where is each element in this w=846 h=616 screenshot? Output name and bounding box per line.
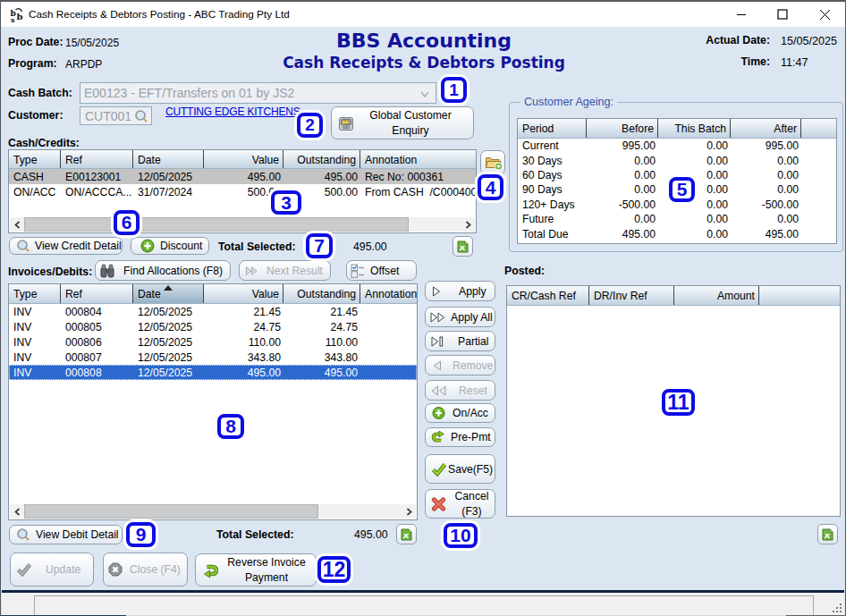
global-customer-enquiry-button[interactable]: Global Customer Enquiry [331,106,474,139]
table-cell: 12/05/2025 [133,306,204,318]
partial-button[interactable]: Partial [425,331,495,351]
open-batch-folder-button[interactable] [480,150,505,175]
table-row[interactable]: ON/ACCON/ACCCA...31/07/2024500.00500.00F… [9,184,476,199]
offset-button[interactable]: Offset [346,260,417,281]
table-row[interactable]: CASHE0012300112/05/2025495.00495.00Rec N… [9,169,476,184]
column-header[interactable]: Value [204,284,283,303]
column-header[interactable]: CR/Cash Ref [507,286,589,305]
save-button[interactable]: Save(F5) [425,454,495,484]
close-button[interactable] [805,2,845,27]
customer-name-link[interactable]: CUTTING EDGE KITCHENS [165,105,300,118]
posted-header: CR/Cash Ref DR/Inv Ref Amount [507,286,840,306]
scroll-thumb[interactable] [24,217,409,232]
column-header[interactable]: Date [133,150,204,168]
table-row[interactable]: INV00080612/05/2025110.00110.00 [9,334,417,350]
view-credit-detail-button[interactable]: View Credit Detail [9,237,123,255]
scroll-right-arrow[interactable] [461,217,475,232]
view-credit-detail-label: View Credit Detail [35,240,122,252]
table-row[interactable]: 30 Days0.000.000.00 [518,153,836,167]
maximize-icon [777,9,788,20]
table-cell: 0.00 [658,198,731,211]
table-row[interactable]: Total Due495.000.00495.00 [518,226,836,240]
table-cell: 000807 [61,351,133,364]
pre-pmt-button[interactable]: Pre-Pmt [425,427,495,447]
table-cell: 000805 [61,321,133,333]
view-debit-detail-button[interactable]: View Debit Detail [9,525,123,544]
column-header[interactable]: Outstanding [283,284,360,303]
cash-batch-combobox[interactable]: E00123 - EFT/Transfers on 01 by JS2 [80,82,436,104]
column-header[interactable]: This Batch [658,119,731,138]
table-cell: 000804 [61,306,133,318]
maximize-button[interactable] [762,2,802,27]
callout-6: 6 [114,210,140,235]
table-cell: 110.00 [283,336,360,349]
table-row[interactable]: INV00080512/05/202524.7524.75 [9,319,417,334]
scroll-thumb[interactable] [24,504,318,519]
table-cell: -500.00 [587,198,658,211]
scroll-right-arrow[interactable] [402,504,416,519]
reverse-invoice-payment-button[interactable]: Reverse Invoice Payment [195,553,317,586]
offset-icon [351,264,365,278]
callout-1: 1 [441,77,467,103]
invoices-export-excel-button[interactable] [396,524,417,544]
column-header[interactable]: Annotation [360,284,417,303]
table-cell: Total Due [518,228,587,240]
scroll-left-arrow[interactable] [10,217,24,232]
resize-grip[interactable] [831,602,843,614]
column-header[interactable]: Type [9,150,61,168]
column-header[interactable]: Before [587,119,658,138]
table-cell: 12/05/2025 [133,321,204,333]
invoices-hscrollbar[interactable] [10,504,416,519]
table-cell: 000808 [61,367,133,379]
apply-all-button[interactable]: Apply All [425,307,495,327]
discount-button[interactable]: Discount [131,237,209,255]
column-header[interactable]: After [731,119,801,138]
column-header-sorted[interactable]: Date [133,284,204,303]
table-row[interactable]: INV00080812/05/2025495.00495.00 [9,365,417,380]
column-header[interactable]: Outstanding [283,150,360,168]
table-cell: 30 Days [518,155,587,167]
time-label: Time: [740,55,770,68]
table-cell: E00123001 [61,171,133,183]
minimize-button[interactable] [721,2,761,27]
global-customer-enquiry-label: Global Customer Enquiry [364,107,457,139]
on-acc-button[interactable]: On/Acc [425,403,495,423]
column-header[interactable]: Period [518,119,587,138]
cash-export-excel-button[interactable] [453,236,473,257]
close-f4-label: Close (F4) [130,563,181,576]
column-header[interactable]: Ref [61,150,133,168]
cancel-button[interactable]: Cancel (F3) [425,489,495,519]
customer-code-field[interactable]: CUT001 [80,106,152,125]
customer-search-icon[interactable] [134,109,148,123]
column-header[interactable]: Amount [674,286,759,305]
next-result-icon [245,266,259,276]
column-header[interactable]: Type [9,284,61,303]
posted-export-excel-button[interactable] [817,524,838,544]
reset-button[interactable]: Reset [425,380,495,401]
column-header [759,286,840,305]
find-allocations-button[interactable]: Find Allocations (F8) [95,260,231,281]
cash-credits-hscrollbar[interactable] [10,217,475,232]
apply-button[interactable]: Apply [425,281,495,301]
column-header[interactable]: DR/Inv Ref [589,286,674,305]
table-cell: 0.00 [658,139,731,152]
callout-3: 3 [271,190,301,215]
column-header[interactable]: Value [204,150,283,168]
table-row[interactable]: Future0.000.000.00 [518,212,836,226]
column-header[interactable]: Ref [61,284,133,303]
magnifier-icon [16,239,30,253]
actual-date-label: Actual Date: [706,34,770,46]
update-button[interactable]: Update [10,553,94,586]
table-row[interactable]: INV00080712/05/2025343.80343.80 [9,350,417,365]
scroll-left-arrow[interactable] [10,504,24,519]
magnifier-icon [16,527,30,542]
table-row[interactable]: Current995.000.00995.00 [518,139,836,153]
table-row[interactable]: INV00080412/05/202521.4521.45 [9,304,417,319]
remove-button[interactable]: Remove [425,355,495,376]
scroll-left-icon [14,508,21,516]
column-header[interactable]: Annotation [360,150,476,168]
close-f4-button[interactable]: Close (F4) [103,553,188,586]
next-result-button[interactable]: Next Result [239,260,331,281]
table-cell: 0.00 [658,213,731,225]
cash-credits-header: Type Ref Date Value Outstanding Annotati… [9,150,476,169]
